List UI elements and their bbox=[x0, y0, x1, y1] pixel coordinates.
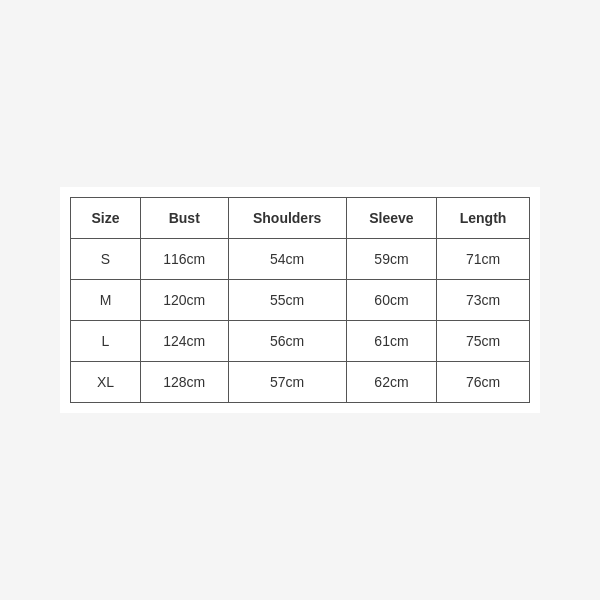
cell-r1-c2: 55cm bbox=[228, 280, 346, 321]
cell-r2-c2: 56cm bbox=[228, 321, 346, 362]
cell-r1-c4: 73cm bbox=[437, 280, 530, 321]
size-chart-table: Size Bust Shoulders Sleeve Length S116cm… bbox=[70, 197, 530, 403]
cell-r0-c1: 116cm bbox=[141, 239, 229, 280]
cell-r0-c3: 59cm bbox=[346, 239, 436, 280]
header-size: Size bbox=[71, 198, 141, 239]
cell-r3-c1: 128cm bbox=[141, 362, 229, 403]
table-row: XL128cm57cm62cm76cm bbox=[71, 362, 530, 403]
cell-r3-c0: XL bbox=[71, 362, 141, 403]
cell-r2-c3: 61cm bbox=[346, 321, 436, 362]
header-sleeve: Sleeve bbox=[346, 198, 436, 239]
cell-r3-c2: 57cm bbox=[228, 362, 346, 403]
table-header-row: Size Bust Shoulders Sleeve Length bbox=[71, 198, 530, 239]
cell-r0-c0: S bbox=[71, 239, 141, 280]
cell-r2-c1: 124cm bbox=[141, 321, 229, 362]
cell-r1-c0: M bbox=[71, 280, 141, 321]
cell-r0-c4: 71cm bbox=[437, 239, 530, 280]
header-length: Length bbox=[437, 198, 530, 239]
table-row: S116cm54cm59cm71cm bbox=[71, 239, 530, 280]
cell-r0-c2: 54cm bbox=[228, 239, 346, 280]
cell-r2-c0: L bbox=[71, 321, 141, 362]
header-bust: Bust bbox=[141, 198, 229, 239]
table-row: M120cm55cm60cm73cm bbox=[71, 280, 530, 321]
size-chart-container: Size Bust Shoulders Sleeve Length S116cm… bbox=[60, 187, 540, 413]
header-shoulders: Shoulders bbox=[228, 198, 346, 239]
table-row: L124cm56cm61cm75cm bbox=[71, 321, 530, 362]
cell-r2-c4: 75cm bbox=[437, 321, 530, 362]
cell-r1-c3: 60cm bbox=[346, 280, 436, 321]
cell-r3-c4: 76cm bbox=[437, 362, 530, 403]
cell-r1-c1: 120cm bbox=[141, 280, 229, 321]
cell-r3-c3: 62cm bbox=[346, 362, 436, 403]
